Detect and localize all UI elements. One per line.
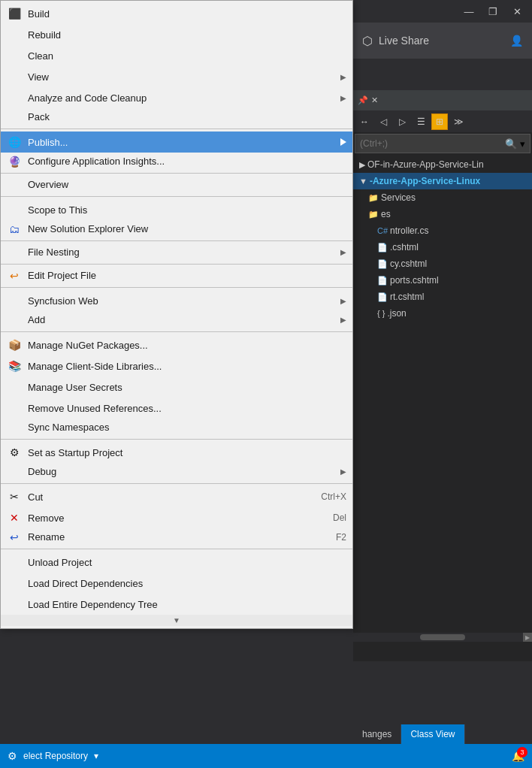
menu-item-nuget[interactable]: 📦 Manage NuGet Packages... [1,334,352,355]
menu-label-rebuild: Rebuild [28,29,346,41]
pin-icon[interactable]: 📌 [358,95,368,105]
menu-item-file-nesting[interactable]: File Nesting ▶ [1,243,352,265]
menu-item-rebuild[interactable]: Rebuild [1,24,352,45]
menu-label-scope-to-this: Scope to This [28,204,346,216]
tab-class-view[interactable]: Class View [401,724,464,744]
solution-explorer-search[interactable]: 🔍 ▾ [355,134,530,153]
rename-icon: ↩ [7,530,22,545]
tree-item-label-6: .cshtml [390,242,419,252]
tree-item-7[interactable]: 📄 cy.cshtml [353,255,532,272]
toolbar-collapse-btn[interactable]: ☰ [413,113,429,130]
bottom-tab-bar: hanges Class View [353,724,532,744]
menu-item-add[interactable]: Add ▶ [1,311,352,332]
publish-icon: 🌐 [7,135,22,150]
tree-item-label-4: es [381,209,391,219]
menu-label-remove: Remove [28,513,327,524]
close-panel-icon[interactable]: ✕ [371,95,378,105]
tree-item-label-5: ntroller.cs [390,225,428,236]
menu-item-cut[interactable]: ✂ Cut Ctrl+X [1,486,352,507]
scroll-down-icon[interactable]: ▼ [173,616,180,624]
menu-item-remove[interactable]: ✕ Remove Del [1,507,352,528]
tree-item-label-7: cy.cshtml [390,259,427,269]
restore-button[interactable]: ❐ [484,2,502,20]
menu-label-remove-unused: Remove Unused References... [28,403,346,414]
menu-item-view[interactable]: View ▶ [1,66,352,87]
file-nesting-arrow: ▶ [340,248,346,256]
file-icon-6: 📄 [377,243,388,252]
load-direct-icon [7,576,22,591]
tree-item-8[interactable]: 📄 ports.cshtml [353,272,532,289]
tree-item-6[interactable]: 📄 .cshtml [353,239,532,255]
cut-icon: ✂ [7,489,22,504]
status-settings-icon[interactable]: ⚙ [8,750,17,762]
tree-item-1[interactable]: ▶ OF-in-Azure-App-Service-Lin [353,156,532,173]
toolbar-active-btn[interactable]: ⊞ [431,113,448,130]
menu-item-user-secrets[interactable]: Manage User Secrets [1,376,352,398]
menu-item-rename[interactable]: ↩ Rename F2 [1,528,352,549]
menu-item-analyze[interactable]: Analyze and Code Cleanup ▶ [1,87,352,108]
menu-item-syncfusion[interactable]: Syncfusion Web ▶ [1,290,352,311]
close-button[interactable]: ✕ [508,2,526,20]
menu-item-unload[interactable]: Unload Project [1,552,352,573]
menu-label-load-direct: Load Direct Dependencies [28,578,346,589]
class-view-tab-label: Class View [410,729,455,739]
unload-icon [7,555,22,570]
startup-icon: ⚙ [7,445,22,460]
toolbar-back-btn[interactable]: ◁ [375,113,391,130]
menu-item-startup[interactable]: ⚙ Set as Startup Project [1,442,352,463]
status-dropdown-arrow[interactable]: ▾ [94,751,98,761]
search-dropdown-icon[interactable]: ▾ [520,138,525,150]
menu-item-scope-to-this[interactable]: Scope to This [1,199,352,220]
notification-bell[interactable]: 🔔 3 [512,750,524,762]
menu-item-configure-insights[interactable]: 🔮 Configure Application Insights... [1,153,352,174]
tree-item-9[interactable]: 📄 rt.cshtml [353,289,532,305]
file-icon-9: 📄 [377,292,388,302]
menu-item-load-direct[interactable]: Load Direct Dependencies [1,573,352,594]
menu-item-clean[interactable]: Clean [1,45,352,66]
menu-item-edit-project[interactable]: ↩ Edit Project File [1,267,352,288]
toolbar-sync-btn[interactable]: ↔ [356,113,373,130]
menu-label-nuget: Manage NuGet Packages... [28,340,346,351]
menu-item-remove-unused[interactable]: Remove Unused References... [1,398,352,419]
menu-item-publish[interactable]: 🌐 Publish... [1,132,352,153]
minimize-button[interactable]: — [460,2,478,20]
menu-item-sync-ns[interactable]: Sync Namespaces [1,419,352,440]
load-entire-icon [7,597,22,612]
remove-unused-icon [7,401,22,416]
tab-changes[interactable]: hanges [353,724,401,744]
status-repo-label: elect Repository [23,751,88,761]
debug-arrow: ▶ [340,467,346,476]
menu-item-debug[interactable]: Debug ▶ [1,463,352,484]
menu-label-clean: Clean [28,50,346,62]
live-share-label: Live Share [379,35,429,47]
menu-item-build[interactable]: ⬛ Build [1,3,352,24]
toolbar-fwd-btn[interactable]: ▷ [394,113,410,130]
build-icon: ⬛ [7,6,22,21]
menu-scroll-bottom[interactable]: ▼ [1,615,352,626]
tree-item-5[interactable]: C# ntroller.cs [353,222,532,239]
menu-item-overview[interactable]: Overview [1,176,352,197]
search-input[interactable] [360,138,502,149]
tree-item-10[interactable]: { } .json [353,305,532,322]
menu-item-client-libs[interactable]: 📚 Manage Client-Side Libraries... [1,355,352,376]
menu-label-sync-ns: Sync Namespaces [28,422,346,433]
live-share-bar[interactable]: ⬡ Live Share 👤 [353,23,532,59]
analyze-arrow: ▶ [340,94,346,102]
tree-item-4[interactable]: 📁 es [353,206,532,222]
tree-item-label-3: Services [381,192,416,203]
tree-item-3[interactable]: 📁 Services [353,189,532,206]
status-bar: ⚙ elect Repository ▾ 🔔 3 [0,744,532,768]
menu-label-analyze: Analyze and Code Cleanup [28,92,334,104]
menu-item-new-sol-view[interactable]: 🗂 New Solution Explorer View [1,220,352,241]
menu-label-startup: Set as Startup Project [28,447,346,458]
tree-item-2[interactable]: ▼ -Azure-App-Service-Linux [353,173,532,189]
rename-shortcut: F2 [336,532,346,543]
toolbar-overflow-btn[interactable]: ≫ [450,113,467,130]
folder-icon-3: 📁 [368,193,379,203]
scroll-right-btn[interactable]: ▶ [525,634,530,641]
user-secrets-icon [7,379,22,395]
changes-tab-label: hanges [362,729,391,739]
menu-item-load-entire[interactable]: Load Entire Dependency Tree [1,594,352,615]
debug-icon [7,464,22,479]
menu-item-pack[interactable]: Pack [1,108,352,129]
